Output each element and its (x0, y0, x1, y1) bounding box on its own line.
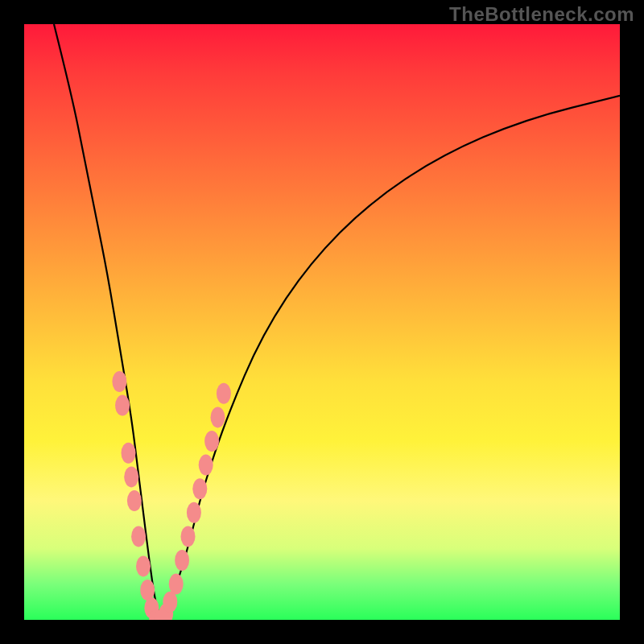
curve-marker (122, 443, 136, 464)
curve-marker (211, 407, 225, 427)
curve-marker (181, 526, 196, 547)
curve-marker (192, 478, 207, 499)
curve-marker (187, 502, 201, 523)
chart-area (24, 24, 620, 620)
curve-marker (136, 555, 151, 576)
curve-marker (115, 395, 130, 416)
curve-marker (131, 526, 146, 547)
curve-marker (124, 466, 138, 487)
curve-marker (140, 580, 155, 601)
curve-marker (127, 490, 142, 511)
curve-marker (112, 371, 126, 392)
curve-marker (175, 550, 189, 571)
bottleneck-curve-svg (24, 24, 620, 620)
curve-marker (169, 574, 184, 595)
curve-marker (199, 455, 213, 476)
curve-marker (204, 431, 219, 452)
curve-marker (163, 592, 177, 613)
curve-marker (217, 383, 231, 404)
watermark-text: TheBottleneck.com (449, 3, 634, 26)
